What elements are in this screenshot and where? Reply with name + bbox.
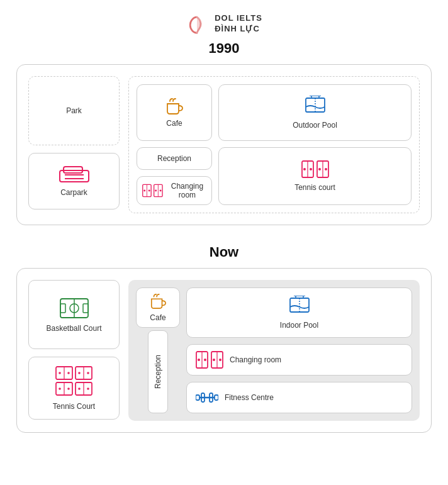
tennis-court-card-1990: Tennis court xyxy=(218,147,412,205)
left-col-now: Basketball Court xyxy=(28,280,120,421)
locker-3 xyxy=(55,382,73,396)
svg-point-60 xyxy=(219,359,221,361)
carpark-card: Carpark xyxy=(28,153,120,209)
cafe-card-now: Cafe xyxy=(136,287,180,328)
fitness-icon xyxy=(196,389,218,406)
reception-card-1990: Reception xyxy=(137,147,212,170)
tennis-lockers-now xyxy=(55,366,92,396)
svg-rect-48 xyxy=(290,298,309,312)
svg-rect-6 xyxy=(306,98,325,112)
svg-point-43 xyxy=(67,387,70,390)
svg-point-25 xyxy=(318,168,321,170)
lockers-icon-now xyxy=(196,351,223,369)
fitness-centre-card: Fitness Centre xyxy=(186,382,412,413)
park-label: Park xyxy=(66,106,82,115)
basketball-icon xyxy=(59,296,89,320)
svg-point-39 xyxy=(87,372,89,374)
cafe-icon-now xyxy=(149,293,167,309)
svg-rect-61 xyxy=(196,395,199,400)
right-col-now: Cafe Reception xyxy=(128,280,420,421)
svg-point-47 xyxy=(87,387,89,390)
changing-room-card-now: Changing room xyxy=(186,344,412,376)
svg-point-35 xyxy=(67,372,70,374)
tennis-icon-1 xyxy=(301,160,329,178)
tennis-court-card-now: Tennis Court xyxy=(28,357,120,420)
changing-room-label-now: Changing room xyxy=(230,355,281,364)
locker-2 xyxy=(75,366,92,380)
left-col-1990: Park Carpark xyxy=(28,76,120,213)
svg-point-38 xyxy=(78,372,81,374)
svg-point-21 xyxy=(303,168,306,170)
cafe-reception-col: Cafe Reception xyxy=(136,287,180,413)
reception-now: Reception xyxy=(148,330,168,413)
logo-text: DOL IELTS ĐÌNH LỰC xyxy=(215,13,262,35)
layout-now: Basketball Court xyxy=(28,280,420,421)
basketball-court-card: Basketball Court xyxy=(28,280,120,349)
diagram-now: Basketball Court xyxy=(16,268,432,433)
outdoor-pool-card: Outdoor Pool xyxy=(218,84,412,141)
svg-point-14 xyxy=(148,190,150,192)
pool-icon xyxy=(303,96,327,117)
svg-rect-31 xyxy=(83,304,88,313)
carpark-label: Carpark xyxy=(60,188,87,197)
layout-1990: Park Carpark xyxy=(28,76,420,213)
svg-point-13 xyxy=(143,190,145,192)
lockers-icon-1990 xyxy=(142,182,163,199)
svg-point-42 xyxy=(59,387,61,390)
fitness-label: Fitness Centre xyxy=(225,393,274,402)
cafe-label-1990: Cafe xyxy=(166,119,182,128)
svg-point-34 xyxy=(59,372,61,374)
tennis-lockers xyxy=(301,160,329,178)
cafe-label-now: Cafe xyxy=(150,313,165,322)
section1-title: 1990 xyxy=(209,40,240,57)
carpark-icon xyxy=(59,165,90,184)
indoor-pool-card: Indoor Pool xyxy=(186,287,412,338)
basketball-label: Basketball Court xyxy=(46,324,101,333)
indoor-pool-label: Indoor Pool xyxy=(280,321,318,330)
svg-point-46 xyxy=(78,387,81,390)
reception-label-1990: Reception xyxy=(157,154,191,163)
cafe-card-1990: Cafe xyxy=(137,84,212,141)
locker-1 xyxy=(55,366,73,380)
logo-icon xyxy=(186,13,208,35)
tennis-court-label-1990: Tennis court xyxy=(294,183,335,192)
svg-point-26 xyxy=(325,168,327,170)
cafe-icon xyxy=(165,98,184,115)
svg-point-18 xyxy=(160,190,162,192)
svg-point-59 xyxy=(213,359,215,361)
svg-rect-30 xyxy=(60,304,65,313)
outdoor-pool-label: Outdoor Pool xyxy=(293,121,337,130)
changing-room-card-1990: Changing room xyxy=(137,176,212,205)
svg-point-17 xyxy=(155,190,157,192)
right-col-1990: Cafe Outdoor Pool Reception xyxy=(128,76,420,213)
svg-rect-62 xyxy=(215,395,218,400)
changing-room-label-1990: Changing room xyxy=(168,182,206,199)
svg-point-56 xyxy=(204,359,206,361)
svg-point-22 xyxy=(310,168,312,170)
locker-4 xyxy=(75,382,92,396)
logo-area: DOL IELTS ĐÌNH LỰC xyxy=(186,13,262,35)
section2-title: Now xyxy=(210,244,238,260)
svg-point-55 xyxy=(198,359,200,361)
tennis-label-now: Tennis Court xyxy=(53,402,95,411)
diagram-1990: Park Carpark xyxy=(16,64,432,225)
pool-changing-fitness-col: Indoor Pool Changing room xyxy=(186,287,412,413)
indoor-pool-icon xyxy=(288,296,311,317)
park-card: Park xyxy=(28,76,120,145)
